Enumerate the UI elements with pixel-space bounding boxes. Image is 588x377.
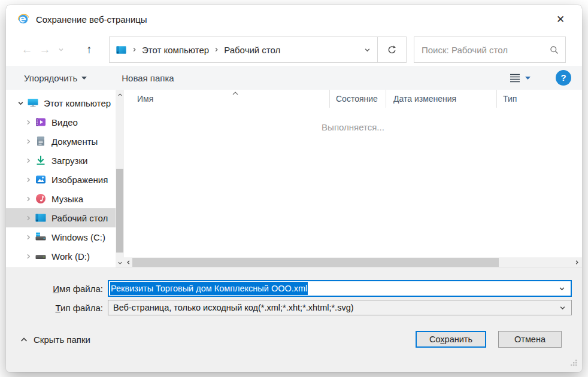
- scroll-down-icon[interactable]: [116, 258, 124, 267]
- navigation-bar: ← → ↑ Этот компьют: [6, 34, 582, 66]
- chevron-right-icon[interactable]: [23, 253, 34, 260]
- file-list: Имя Состояние Дата изменения Тип Выполня…: [124, 90, 582, 267]
- breadcrumb-item-this-pc[interactable]: Этот компьютер: [142, 45, 209, 55]
- up-button[interactable]: ↑: [80, 41, 98, 59]
- chevron-right-icon[interactable]: [23, 215, 34, 221]
- breadcrumb: Этот компьютер Рабочий стол: [110, 37, 357, 62]
- save-dialog-window: Сохранение веб-страницы ✕ ← → ↑: [6, 5, 582, 372]
- chevron-right-icon[interactable]: [23, 177, 34, 183]
- filename-label: Имя файла:: [6, 284, 103, 294]
- pictures-icon: [35, 174, 47, 186]
- forward-button[interactable]: →: [36, 41, 54, 59]
- downloads-icon: [35, 154, 47, 166]
- sidebar-item-downloads[interactable]: Загрузки: [6, 151, 116, 170]
- chevron-right-icon[interactable]: [23, 234, 34, 241]
- chevron-right-icon: [214, 47, 219, 53]
- new-folder-button[interactable]: Новая папка: [122, 73, 174, 83]
- bottom-panel: Имя файла: Реквизиты Торговый дом Компле…: [6, 267, 582, 372]
- filename-selected-text: Реквизиты Торговый дом Комплексный ООО.x…: [110, 282, 308, 295]
- sidebar-item-label: Этот компьютер: [44, 98, 111, 108]
- new-folder-label: Новая папка: [122, 73, 174, 83]
- chevron-right-icon: [132, 47, 137, 53]
- help-button[interactable]: ?: [556, 70, 571, 86]
- search-box[interactable]: [414, 37, 566, 63]
- chevron-right-icon[interactable]: [23, 119, 34, 126]
- organize-label: Упорядочить: [24, 73, 77, 83]
- column-header-date-modified[interactable]: Дата изменения: [386, 90, 496, 108]
- chevron-down-icon[interactable]: [559, 305, 566, 311]
- sidebar-item-videos[interactable]: Видео: [6, 113, 116, 132]
- search-icon[interactable]: [549, 45, 559, 55]
- chevron-right-icon[interactable]: [23, 138, 34, 145]
- chevron-down-icon[interactable]: [559, 285, 565, 292]
- chevron-right-icon[interactable]: [23, 196, 34, 202]
- column-headers: Имя Состояние Дата изменения Тип: [124, 90, 582, 108]
- cancel-button[interactable]: Отмена: [498, 331, 562, 348]
- dialog-content: Этот компьютер Видео: [6, 90, 582, 267]
- title-bar: Сохранение веб-страницы ✕: [6, 5, 582, 34]
- sidebar-item-label: Рабочий стол: [51, 213, 108, 223]
- resize-grip[interactable]: [570, 358, 578, 369]
- windows-drive-icon: [35, 231, 47, 243]
- horizontal-scrollbar[interactable]: [124, 257, 582, 267]
- sidebar-scrollbar[interactable]: [116, 90, 124, 267]
- dropdown-triangle-icon: [81, 77, 87, 80]
- sidebar-item-desktop[interactable]: Рабочий стол: [6, 208, 116, 227]
- chevron-up-icon: [20, 337, 28, 342]
- filetype-value: Веб-страница, только исходный код(*.xml;…: [113, 303, 354, 312]
- column-header-status[interactable]: Состояние: [329, 90, 386, 108]
- view-selector-button[interactable]: [510, 74, 531, 83]
- ie-logo-icon: [17, 13, 30, 26]
- sidebar-item-documents[interactable]: Документы: [6, 132, 116, 151]
- sidebar-item-label: Work (D:): [51, 251, 90, 262]
- scrollbar-thumb[interactable]: [132, 258, 499, 267]
- sidebar-item-label: Windows (C:): [51, 232, 105, 242]
- loading-status-text: Выполняется...: [322, 122, 384, 132]
- navigation-pane: Этот компьютер Видео: [6, 90, 116, 267]
- save-button[interactable]: Сохранить: [416, 331, 486, 348]
- sidebar-item-label: Изображения: [51, 175, 108, 185]
- chevron-right-icon[interactable]: [23, 157, 34, 164]
- scrollbar-thumb[interactable]: [116, 169, 123, 253]
- dialog-title: Сохранение веб-страницы: [36, 14, 147, 25]
- sidebar-item-pictures[interactable]: Изображения: [6, 170, 116, 189]
- music-icon: [35, 193, 47, 205]
- sidebar-item-music[interactable]: Музыка: [6, 189, 116, 208]
- search-input[interactable]: [422, 45, 549, 55]
- back-button[interactable]: ←: [18, 41, 36, 59]
- scroll-left-icon[interactable]: [124, 260, 132, 265]
- filetype-select[interactable]: Веб-страница, только исходный код(*.xml;…: [108, 300, 572, 315]
- file-list-body: Выполняется...: [124, 108, 582, 257]
- filename-input[interactable]: Реквизиты Торговый дом Комплексный ООО.x…: [108, 280, 572, 297]
- sidebar-item-label: Загрузки: [51, 156, 87, 166]
- video-icon: [35, 116, 47, 128]
- sidebar-item-work-d[interactable]: Work (D:): [6, 247, 116, 266]
- command-toolbar: Упорядочить Новая папка ?: [6, 66, 582, 90]
- desktop-icon: [116, 44, 127, 56]
- address-dropdown-chevron-icon[interactable]: [357, 37, 377, 62]
- column-header-name[interactable]: Имя: [124, 90, 329, 108]
- hide-folders-button[interactable]: Скрыть папки: [20, 335, 90, 345]
- sidebar-item-windows-c[interactable]: Windows (C:): [6, 227, 116, 247]
- documents-icon: [35, 135, 47, 147]
- column-header-type[interactable]: Тип: [496, 90, 582, 108]
- scroll-right-icon[interactable]: [572, 260, 581, 265]
- sort-ascending-icon: [232, 88, 239, 98]
- sidebar-item-label: Документы: [51, 136, 98, 147]
- organize-button[interactable]: Упорядочить: [24, 73, 87, 83]
- close-button[interactable]: ✕: [552, 12, 569, 28]
- chevron-down-icon[interactable]: [15, 100, 26, 107]
- recent-locations-chevron-icon[interactable]: [54, 47, 68, 53]
- filetype-label: Тип файла:: [6, 303, 103, 313]
- footer-bar: Скрыть папки Сохранить Отмена: [6, 331, 582, 348]
- refresh-button[interactable]: [377, 37, 406, 62]
- breadcrumb-item-desktop[interactable]: Рабочий стол: [224, 45, 280, 55]
- address-bar[interactable]: Этот компьютер Рабочий стол: [109, 37, 407, 63]
- sidebar-item-label: Видео: [51, 117, 78, 127]
- desktop-icon: [35, 212, 47, 224]
- sidebar-item-this-pc[interactable]: Этот компьютер: [6, 93, 116, 113]
- hide-folders-label: Скрыть папки: [34, 335, 90, 345]
- scroll-up-icon[interactable]: [116, 90, 124, 99]
- drive-icon: [35, 250, 47, 262]
- dropdown-triangle-icon: [525, 77, 531, 80]
